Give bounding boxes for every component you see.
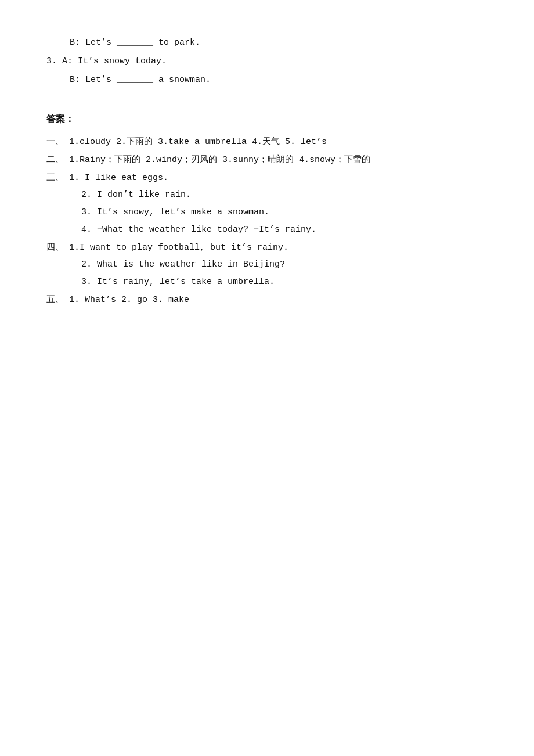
- line-b-park: B: Let’s _______ to park.: [70, 35, 488, 51]
- er-content: 1.Rainy；下雨的 2.windy；刃风的 3.sunny；晴朗的 4.sn…: [69, 155, 370, 165]
- san-item-3-line: 4. −What the weather like today? −It’s r…: [81, 222, 488, 238]
- si-item-2-line: 3. It’s rainy, let’s take a umbrella.: [81, 274, 488, 290]
- answer-er: 二、 1.Rainy；下雨的 2.windy；刃风的 3.sunny；晴朗的 4…: [46, 152, 488, 168]
- line-b-snowman: B: Let’s _______ a snowman.: [70, 72, 488, 88]
- si-label: 四、: [46, 242, 64, 251]
- er-label: 二、: [46, 154, 64, 164]
- answers-section: 答案： 一、 1.cloudy 2.下雨的 3.take a umbrella …: [46, 111, 488, 308]
- san-item-0: 1. I like eat eggs.: [69, 173, 168, 183]
- san-label: 三、: [46, 172, 64, 182]
- san-item-1-line: 2. I don’t like rain.: [81, 187, 488, 203]
- san-item-2: 3. It’s snowy, let’s make a snowman.: [81, 207, 269, 217]
- san-item-1: 2. I don’t like rain.: [81, 190, 191, 200]
- line-3-a-snowy: 3. A: It’s snowy today.: [46, 53, 488, 70]
- answer-san-label: 三、 1. I like eat eggs.: [46, 170, 488, 186]
- answer-wu: 五、 1. What’s 2. go 3. make: [46, 291, 488, 308]
- answer-si-label: 四、 1.I want to play football, but it’s r…: [46, 239, 488, 256]
- si-item-2: 3. It’s rainy, let’s take a umbrella.: [81, 277, 275, 287]
- si-item-1: 2. What is the weather like in Beijing?: [81, 260, 285, 269]
- si-item-1-line: 2. What is the weather like in Beijing?: [81, 257, 488, 273]
- answer-yi: 一、 1.cloudy 2.下雨的 3.take a umbrella 4.天气…: [46, 134, 488, 150]
- top-partial-section: B: Let’s _______ to park. 3. A: It’s sno…: [46, 35, 488, 88]
- si-item-0: 1.I want to play football, but it’s rain…: [69, 243, 288, 253]
- wu-content: 1. What’s 2. go 3. make: [69, 295, 189, 305]
- yi-content: 1.cloudy 2.下雨的 3.take a umbrella 4.天气 5.…: [69, 137, 327, 147]
- wu-label: 五、: [46, 294, 64, 304]
- answers-title: 答案：: [46, 111, 488, 128]
- san-item-2-line: 3. It’s snowy, let’s make a snowman.: [81, 204, 488, 221]
- san-item-3: 4. −What the weather like today? −It’s r…: [81, 225, 316, 235]
- yi-label: 一、: [46, 136, 64, 146]
